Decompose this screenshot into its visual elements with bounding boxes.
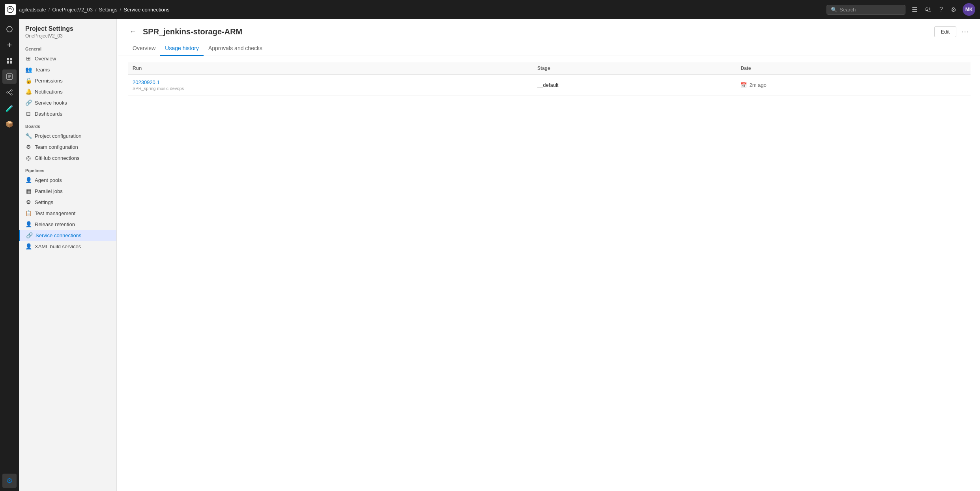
tab-overview[interactable]: Overview	[128, 41, 160, 56]
permissions-icon: 🔒	[25, 77, 32, 84]
sidebar-item-parallel-jobs-label: Parallel jobs	[35, 188, 63, 194]
sidebar-item-test-management[interactable]: 📋 Test management	[19, 208, 116, 219]
parallel-jobs-icon: ▦	[25, 188, 32, 194]
release-retention-icon: 👤	[25, 221, 32, 227]
cell-stage: __default	[533, 75, 736, 96]
overview-icon: ⊞	[25, 55, 32, 62]
page-header-left: ← SPR_jenkins-storage-ARM	[128, 26, 242, 37]
teams-icon: 👥	[25, 66, 32, 73]
page-header-right: Edit ⋯	[934, 25, 971, 38]
run-id[interactable]: 20230920.1	[133, 79, 528, 85]
tabs: Overview Usage history Approvals and che…	[118, 41, 980, 56]
table-header-row: Run Stage Date	[128, 62, 971, 75]
pipeline-settings-icon: ⚙	[25, 199, 32, 205]
activity-home[interactable]	[2, 22, 17, 36]
back-button[interactable]: ←	[128, 26, 138, 37]
sidebar-item-release-retention-label: Release retention	[35, 221, 75, 227]
table-row: 20230920.1 SPR_spring-music-devops __def…	[128, 75, 971, 96]
sidebar-item-service-hooks[interactable]: 🔗 Service hooks	[19, 97, 116, 108]
more-options-button[interactable]: ⋯	[959, 25, 971, 38]
topnav: agileatscale / OneProjectV2_03 / Setting…	[0, 0, 980, 19]
tab-usage-history[interactable]: Usage history	[160, 41, 204, 56]
svg-point-9	[11, 94, 12, 95]
sidebar-item-overview-label: Overview	[35, 56, 56, 62]
sidebar-title: Project Settings	[25, 25, 110, 32]
content-area: ← SPR_jenkins-storage-ARM Edit ⋯ Overvie…	[118, 19, 980, 491]
breadcrumb-current: Service connections	[123, 7, 169, 13]
main-layout: + 🧪 📦 ⚙ Project Settings OneProjectV2_03…	[0, 19, 980, 491]
svg-point-1	[7, 26, 12, 32]
agent-pools-icon: 👤	[25, 177, 32, 183]
sidebar-item-permissions[interactable]: 🔒 Permissions	[19, 75, 116, 86]
sidebar-item-service-connections-label: Service connections	[36, 232, 81, 238]
tab-approvals-checks[interactable]: Approvals and checks	[204, 41, 267, 56]
section-boards-label: Boards	[19, 119, 116, 130]
breadcrumb-sep-1: /	[49, 7, 50, 13]
shopping-bag-icon[interactable]: 🛍	[924, 4, 933, 15]
sidebar-item-release-retention[interactable]: 👤 Release retention	[19, 219, 116, 230]
search-input[interactable]	[840, 7, 901, 13]
notifications-icon: 🔔	[25, 88, 32, 95]
activity-boards[interactable]	[2, 54, 17, 68]
breadcrumb-settings[interactable]: Settings	[99, 7, 118, 13]
sidebar-item-notifications-label: Notifications	[35, 89, 63, 95]
breadcrumb-sep-3: /	[120, 7, 122, 13]
sidebar-item-project-configuration[interactable]: 🔧 Project configuration	[19, 130, 116, 141]
service-hooks-icon: 🔗	[25, 99, 32, 106]
avatar[interactable]: MK	[963, 3, 975, 16]
help-icon[interactable]: ?	[938, 4, 944, 15]
activity-testplans[interactable]: 🧪	[2, 101, 17, 115]
activity-bottom: ⚙	[2, 474, 17, 488]
sidebar-item-github-label: GitHub connections	[35, 155, 79, 161]
service-connections-icon: 🔗	[26, 232, 32, 238]
breadcrumb-project[interactable]: OneProjectV2_03	[52, 7, 93, 13]
svg-point-8	[11, 90, 12, 91]
tasks-icon[interactable]: ☰	[910, 4, 919, 15]
breadcrumb-sep-2: /	[95, 7, 97, 13]
sidebar-item-xaml-build-services[interactable]: 👤 XAML build services	[19, 241, 116, 252]
search-box[interactable]: 🔍	[827, 5, 905, 15]
sidebar-item-team-config-label: Team configuration	[35, 144, 78, 150]
sidebar-item-teams[interactable]: 👥 Teams	[19, 64, 116, 75]
dashboards-icon: ⊟	[25, 111, 32, 117]
breadcrumb-org[interactable]: agileatscale	[19, 7, 46, 13]
sidebar-item-test-management-label: Test management	[35, 210, 75, 216]
sidebar-header: Project Settings OneProjectV2_03	[19, 19, 116, 42]
activity-bar: + 🧪 📦 ⚙	[0, 19, 19, 491]
sidebar-item-pipeline-settings[interactable]: ⚙ Settings	[19, 197, 116, 208]
activity-project-settings[interactable]: ⚙	[2, 474, 17, 488]
sidebar-item-parallel-jobs[interactable]: ▦ Parallel jobs	[19, 186, 116, 197]
usage-history-table: Run Stage Date 20230920.1 SPR_spring-mus…	[128, 62, 971, 96]
activity-repos[interactable]	[2, 69, 17, 84]
activity-create[interactable]: +	[2, 38, 17, 52]
sidebar-item-dashboards[interactable]: ⊟ Dashboards	[19, 108, 116, 119]
date-container: 📅 2m ago	[741, 82, 966, 88]
sidebar-item-agent-pools-label: Agent pools	[35, 177, 62, 183]
search-icon: 🔍	[831, 7, 837, 13]
sidebar-item-pipeline-settings-label: Settings	[35, 199, 53, 205]
sidebar-item-team-configuration[interactable]: ⚙ Team configuration	[19, 141, 116, 152]
page-title: SPR_jenkins-storage-ARM	[143, 27, 242, 36]
activity-artifacts[interactable]: 📦	[2, 117, 17, 131]
settings-icon[interactable]: ⚙	[949, 4, 958, 15]
run-subtext: SPR_spring-music-devops	[133, 86, 528, 91]
calendar-icon: 📅	[741, 82, 747, 88]
edit-button[interactable]: Edit	[934, 26, 956, 37]
sidebar-item-agent-pools[interactable]: 👤 Agent pools	[19, 174, 116, 186]
sidebar-subtitle: OneProjectV2_03	[25, 33, 110, 39]
section-general-label: General	[19, 42, 116, 53]
sidebar-item-service-connections[interactable]: 🔗 Service connections	[19, 230, 116, 241]
app-logo[interactable]	[5, 4, 16, 15]
table-container: Run Stage Date 20230920.1 SPR_spring-mus…	[118, 56, 980, 102]
svg-rect-3	[10, 58, 12, 60]
cell-run: 20230920.1 SPR_spring-music-devops	[128, 75, 533, 96]
sidebar-item-xaml-build-label: XAML build services	[35, 244, 81, 249]
cell-date: 📅 2m ago	[736, 75, 971, 96]
svg-rect-4	[7, 61, 9, 64]
sidebar-item-dashboards-label: Dashboards	[35, 111, 62, 117]
activity-pipelines[interactable]	[2, 85, 17, 99]
sidebar-item-notifications[interactable]: 🔔 Notifications	[19, 86, 116, 97]
sidebar-item-permissions-label: Permissions	[35, 78, 63, 84]
sidebar-item-overview[interactable]: ⊞ Overview	[19, 53, 116, 64]
sidebar-item-github-connections[interactable]: ◎ GitHub connections	[19, 152, 116, 163]
